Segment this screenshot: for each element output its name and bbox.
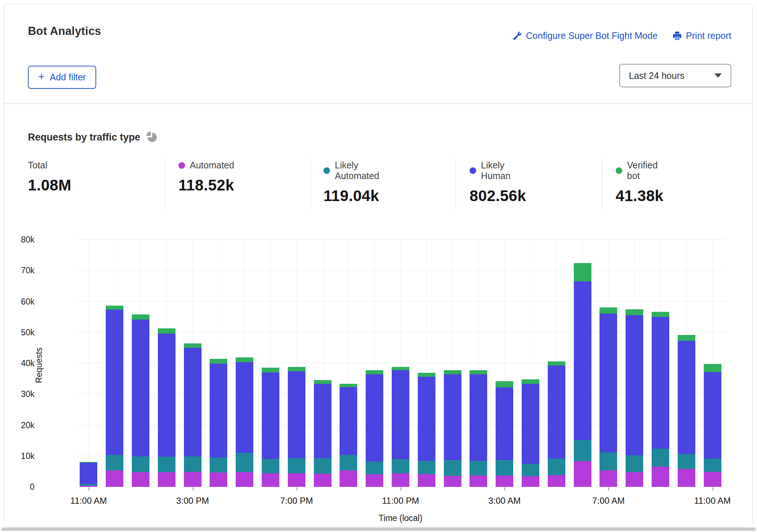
bar-segment-automated[interactable] bbox=[418, 474, 435, 487]
stacked-bar-6[interactable] bbox=[236, 357, 253, 487]
bar-segment-likely-human[interactable] bbox=[548, 365, 565, 459]
bar-segment-likely-automated[interactable] bbox=[106, 455, 123, 470]
bar-segment-likely-human[interactable] bbox=[184, 348, 202, 456]
stacked-bar-5[interactable] bbox=[210, 359, 227, 487]
bar-segment-likely-automated[interactable] bbox=[600, 452, 617, 471]
bar-segment-verified-bot[interactable] bbox=[184, 343, 202, 348]
bar-segment-likely-human[interactable] bbox=[236, 362, 253, 453]
stacked-bar-11[interactable] bbox=[366, 370, 383, 487]
bar-segment-likely-human[interactable] bbox=[158, 334, 175, 457]
bar-segment-automated[interactable] bbox=[522, 476, 539, 487]
bar-segment-likely-automated[interactable] bbox=[262, 459, 279, 473]
bar-segment-likely-human[interactable] bbox=[496, 387, 513, 460]
bar-segment-verified-bot[interactable] bbox=[600, 307, 617, 314]
bar-segment-likely-automated[interactable] bbox=[470, 461, 487, 475]
stacked-bar-24[interactable] bbox=[704, 364, 721, 487]
stacked-bar-12[interactable] bbox=[392, 367, 409, 487]
bar-segment-automated[interactable] bbox=[470, 475, 487, 487]
bar-segment-likely-automated[interactable] bbox=[574, 440, 591, 461]
stacked-bar-19[interactable] bbox=[574, 263, 591, 487]
bar-segment-likely-automated[interactable] bbox=[496, 460, 513, 475]
bar-segment-automated[interactable] bbox=[80, 486, 97, 487]
bar-segment-likely-human[interactable] bbox=[652, 317, 669, 448]
bar-segment-likely-human[interactable] bbox=[106, 310, 123, 455]
bar-segment-likely-human[interactable] bbox=[314, 384, 332, 458]
bar-segment-verified-bot[interactable] bbox=[366, 370, 383, 374]
bar-segment-automated[interactable] bbox=[106, 470, 123, 487]
bar-segment-verified-bot[interactable] bbox=[470, 370, 487, 375]
stacked-bar-8[interactable] bbox=[288, 367, 305, 487]
bar-segment-likely-automated[interactable] bbox=[548, 459, 565, 475]
bar-segment-likely-automated[interactable] bbox=[392, 459, 409, 473]
bar-segment-verified-bot[interactable] bbox=[392, 367, 409, 370]
bar-segment-likely-automated[interactable] bbox=[132, 456, 149, 473]
stacked-bar-1[interactable] bbox=[106, 306, 123, 487]
stacked-bar-7[interactable] bbox=[262, 368, 279, 487]
stacked-bar-16[interactable] bbox=[496, 381, 513, 487]
bar-segment-verified-bot[interactable] bbox=[132, 314, 149, 320]
bar-segment-likely-human[interactable] bbox=[678, 341, 695, 454]
bar-segment-likely-human[interactable] bbox=[418, 377, 435, 461]
stat-verified-bot[interactable]: Verified bot41.38k bbox=[616, 160, 663, 205]
bar-segment-automated[interactable] bbox=[210, 473, 227, 487]
bar-segment-likely-automated[interactable] bbox=[418, 461, 435, 474]
bar-segment-likely-human[interactable] bbox=[340, 387, 357, 455]
bar-segment-likely-automated[interactable] bbox=[678, 454, 695, 469]
stat-likely-human[interactable]: Likely Human802.56k bbox=[470, 160, 526, 205]
bar-segment-verified-bot[interactable] bbox=[574, 263, 591, 281]
stacked-bar-21[interactable] bbox=[626, 309, 643, 487]
bar-segment-likely-automated[interactable] bbox=[444, 460, 461, 476]
bar-segment-likely-human[interactable] bbox=[704, 372, 721, 459]
bar-segment-likely-human[interactable] bbox=[600, 314, 617, 452]
bar-segment-likely-human[interactable] bbox=[392, 370, 409, 459]
bar-segment-verified-bot[interactable] bbox=[262, 368, 279, 372]
bar-segment-verified-bot[interactable] bbox=[626, 309, 643, 316]
bar-segment-automated[interactable] bbox=[444, 476, 461, 487]
bar-segment-likely-automated[interactable] bbox=[626, 455, 643, 472]
bar-segment-verified-bot[interactable] bbox=[340, 384, 357, 387]
bar-segment-likely-human[interactable] bbox=[80, 463, 97, 484]
bar-segment-automated[interactable] bbox=[574, 461, 591, 487]
bar-segment-likely-automated[interactable] bbox=[236, 453, 253, 472]
bar-segment-automated[interactable] bbox=[704, 472, 721, 487]
bar-segment-verified-bot[interactable] bbox=[288, 367, 305, 371]
bar-segment-automated[interactable] bbox=[236, 472, 253, 487]
bar-segment-automated[interactable] bbox=[340, 470, 357, 487]
bar-segment-automated[interactable] bbox=[158, 472, 175, 487]
bar-segment-automated[interactable] bbox=[548, 475, 565, 487]
bar-segment-verified-bot[interactable] bbox=[548, 361, 565, 365]
stacked-bar-4[interactable] bbox=[184, 343, 202, 487]
bar-segment-automated[interactable] bbox=[184, 472, 202, 487]
stacked-bar-2[interactable] bbox=[132, 314, 149, 487]
bar-segment-automated[interactable] bbox=[496, 475, 513, 487]
stacked-bar-14[interactable] bbox=[444, 370, 461, 487]
bar-segment-verified-bot[interactable] bbox=[496, 381, 513, 387]
stacked-bar-3[interactable] bbox=[158, 328, 175, 487]
bar-segment-likely-automated[interactable] bbox=[366, 462, 383, 474]
bar-segment-likely-automated[interactable] bbox=[652, 449, 669, 467]
bar-segment-automated[interactable] bbox=[366, 474, 383, 487]
bar-segment-automated[interactable] bbox=[288, 473, 305, 487]
bar-segment-likely-automated[interactable] bbox=[340, 455, 357, 470]
stacked-bar-17[interactable] bbox=[522, 379, 539, 487]
bar-segment-automated[interactable] bbox=[626, 472, 643, 487]
bar-segment-automated[interactable] bbox=[392, 473, 409, 487]
configure-super-bot-fight-mode-link[interactable]: Configure Super Bot Fight Mode bbox=[512, 30, 658, 41]
bar-segment-verified-bot[interactable] bbox=[158, 328, 175, 334]
bar-segment-automated[interactable] bbox=[314, 474, 332, 487]
stacked-bar-18[interactable] bbox=[548, 361, 565, 487]
bar-segment-verified-bot[interactable] bbox=[418, 373, 435, 377]
bar-segment-likely-human[interactable] bbox=[288, 371, 305, 458]
bar-segment-likely-automated[interactable] bbox=[288, 458, 305, 473]
bar-segment-automated[interactable] bbox=[678, 469, 695, 487]
stat-likely-automated[interactable]: Likely Automated119.04k bbox=[323, 160, 379, 205]
bar-segment-likely-automated[interactable] bbox=[522, 464, 539, 476]
bar-segment-likely-human[interactable] bbox=[470, 374, 487, 461]
bar-segment-verified-bot[interactable] bbox=[652, 312, 669, 317]
bar-segment-automated[interactable] bbox=[600, 470, 617, 487]
bar-segment-automated[interactable] bbox=[132, 472, 149, 487]
bar-segment-automated[interactable] bbox=[262, 473, 279, 487]
bar-segment-verified-bot[interactable] bbox=[678, 335, 695, 341]
bar-segment-likely-human[interactable] bbox=[626, 315, 643, 455]
bar-segment-verified-bot[interactable] bbox=[314, 380, 332, 383]
